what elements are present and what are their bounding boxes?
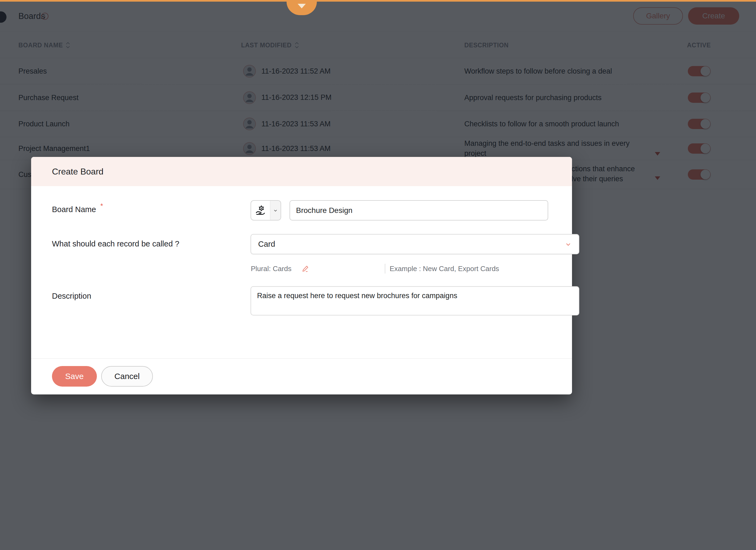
example-text: Example : New Card, Export Cards — [390, 265, 499, 273]
modal-header: Create Board — [31, 157, 572, 186]
divider — [385, 264, 385, 274]
cancel-button[interactable]: Cancel — [101, 366, 153, 387]
hand-gear-icon — [251, 201, 270, 220]
plural-text: Plural: Cards — [251, 265, 291, 273]
app-screen: Boards Gallery Create BOARD NAME LAST MO… — [0, 0, 756, 550]
required-marker: * — [100, 202, 103, 210]
board-name-label: Board Name* — [52, 205, 103, 214]
create-board-modal: Create Board Board Name* — [31, 157, 572, 394]
board-name-input[interactable] — [290, 200, 548, 220]
description-textarea[interactable]: Raise a request here to request new broc… — [251, 286, 579, 315]
board-icon-picker[interactable] — [251, 200, 281, 220]
icon-picker-chevron[interactable] — [270, 201, 281, 220]
record-name-select[interactable]: Card — [251, 234, 579, 254]
save-button[interactable]: Save — [52, 366, 97, 387]
modal-footer: Save Cancel — [31, 358, 572, 394]
top-accent-bar — [0, 0, 756, 2]
modal-title: Create Board — [52, 167, 103, 177]
chevron-down-icon — [565, 241, 572, 248]
chevron-down-icon — [298, 4, 306, 8]
edit-pencil-icon[interactable] — [301, 264, 310, 274]
plural-row: Plural: Cards Example : New Card, Export… — [251, 263, 580, 274]
record-name-label: What should each record be called ? — [52, 239, 179, 248]
description-label: Description — [52, 292, 91, 301]
selected-option: Card — [258, 240, 275, 249]
